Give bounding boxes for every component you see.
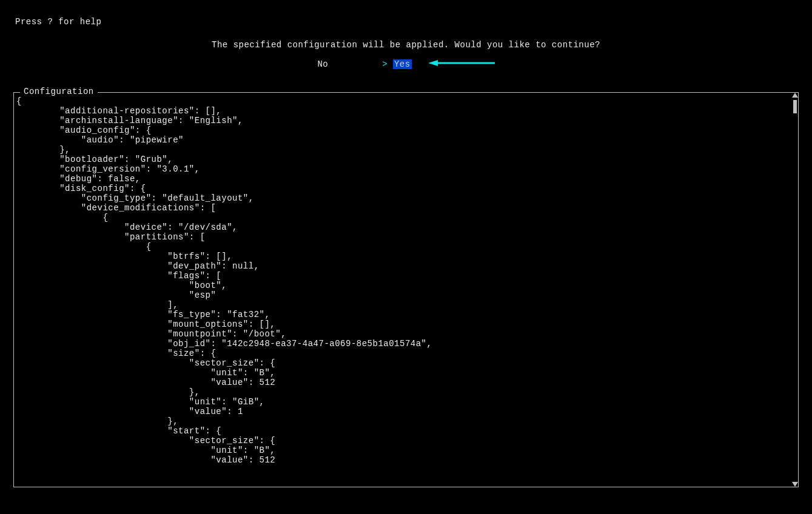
svg-marker-1: [428, 60, 438, 66]
scroll-up-icon[interactable]: [792, 93, 798, 98]
annotation-arrow-icon: [428, 59, 495, 69]
help-hint: Press ? for help: [0, 0, 812, 27]
scrollbar[interactable]: [792, 93, 798, 487]
yes-option[interactable]: Yes: [393, 59, 412, 69]
scroll-down-icon[interactable]: [792, 482, 798, 487]
configuration-viewport[interactable]: { "additional-repositories": [], "archin…: [16, 96, 790, 484]
no-option[interactable]: No: [317, 59, 328, 69]
choice-row: No > Yes: [0, 59, 812, 69]
scroll-thumb[interactable]: [793, 100, 797, 113]
selection-cursor: >: [382, 59, 393, 69]
configuration-panel: Configuration { "additional-repositories…: [13, 92, 799, 487]
configuration-json-text: { "additional-repositories": [], "archin…: [16, 96, 790, 465]
configuration-legend-text: Configuration: [24, 87, 94, 96]
confirm-prompt: The specified configuration will be appl…: [0, 40, 812, 50]
configuration-legend: Configuration: [20, 87, 98, 96]
